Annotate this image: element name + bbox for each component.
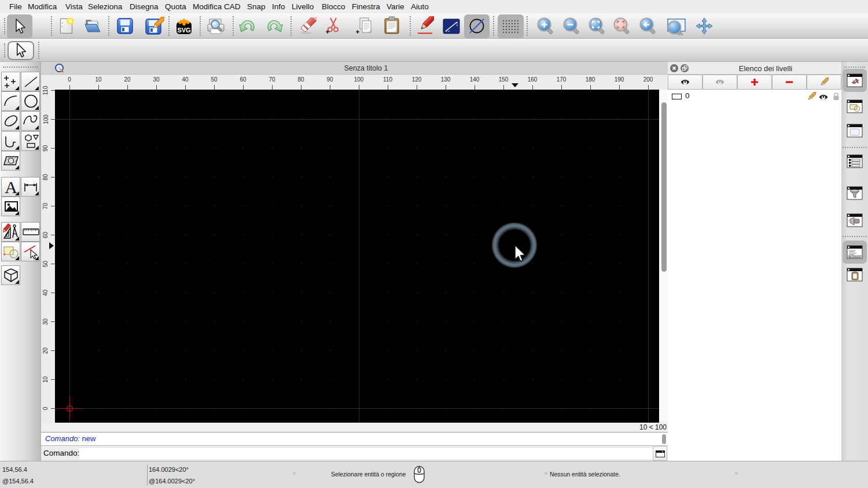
svg-text:SVG: SVG — [177, 27, 190, 34]
svg-text:▶ command: ▶ command — [849, 256, 860, 258]
